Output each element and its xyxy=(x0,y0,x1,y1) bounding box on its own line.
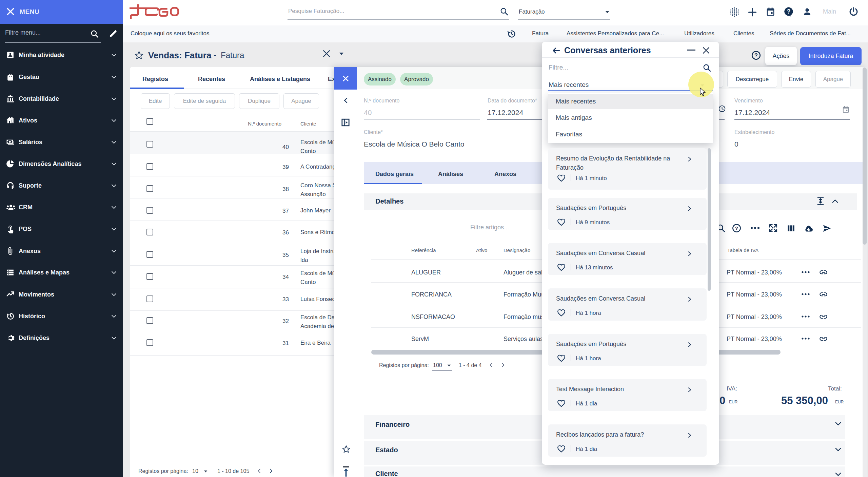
svg-text:?: ? xyxy=(735,225,738,231)
svg-text:?: ? xyxy=(787,8,791,15)
svg-text:?: ? xyxy=(754,52,758,58)
